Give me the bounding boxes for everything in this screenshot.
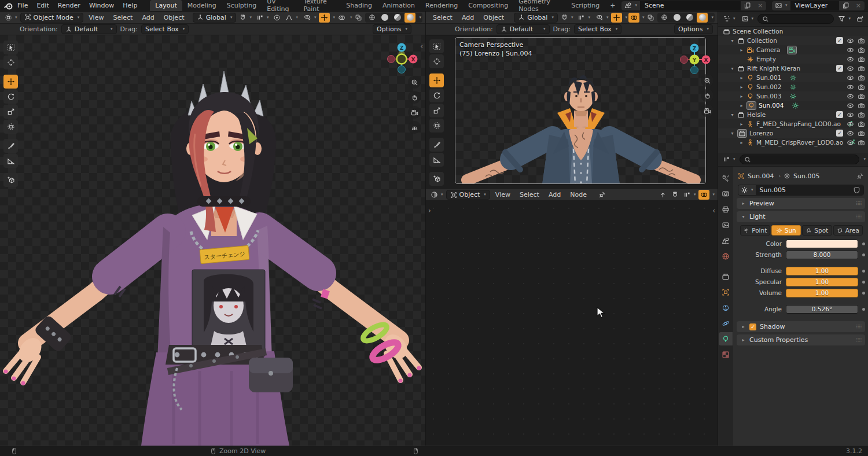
display-mode-icon[interactable]: ▾ <box>740 14 756 24</box>
outliner-row-sun-002[interactable]: ▸ Sun.002 <box>718 82 868 91</box>
disclosure-icon[interactable]: ▸ <box>739 140 744 145</box>
light-type-icon[interactable]: ▾ <box>738 185 756 195</box>
tool-measure[interactable] <box>3 154 18 168</box>
tool-cursor[interactable] <box>3 56 18 69</box>
tab-modeling[interactable]: Modeling <box>182 0 222 11</box>
viewlayer-copy-icon[interactable] <box>839 1 852 10</box>
disable-render-icon[interactable] <box>858 102 865 109</box>
disclosure-icon[interactable]: ▸ <box>739 122 744 127</box>
tab-object[interactable] <box>719 285 733 299</box>
viewlayer-icon[interactable]: ▾ <box>772 2 790 9</box>
menu-select[interactable]: Select <box>516 189 543 201</box>
tool-rotate[interactable] <box>3 90 18 104</box>
tool-move[interactable] <box>429 73 444 87</box>
shading-rendered-icon[interactable] <box>404 13 415 23</box>
sun-data-icon[interactable] <box>789 93 797 100</box>
properties-search-input[interactable] <box>740 155 860 164</box>
snap-magnet-icon[interactable]: ▾ <box>237 13 253 23</box>
hide-eye-icon[interactable] <box>847 93 854 100</box>
hide-eye-icon[interactable] <box>847 120 854 128</box>
xray-toggle-icon[interactable] <box>353 13 364 23</box>
menu-add[interactable]: Add <box>458 12 478 23</box>
camera-viewport-canvas[interactable]: Camera Perspective (75) Lorenzo | Sun.00… <box>426 36 718 189</box>
proportional-falloff-icon[interactable]: ▾ <box>284 13 300 23</box>
viewlayer-remove-icon[interactable]: × <box>852 2 865 9</box>
tool-add-cube[interactable] <box>3 173 18 187</box>
overlays-toggle-icon[interactable] <box>698 190 709 200</box>
shading-solid-icon[interactable] <box>671 13 682 23</box>
overlays-toggle-icon[interactable] <box>628 13 639 23</box>
menu-add[interactable]: Add <box>545 189 565 201</box>
scene-unlink-icon[interactable]: × <box>754 2 766 9</box>
tool-annotate[interactable] <box>429 138 444 152</box>
tab-physics[interactable] <box>719 317 733 330</box>
tool-cursor[interactable] <box>429 54 444 68</box>
animate-dot[interactable] <box>862 270 865 273</box>
light-type-area-button[interactable]: Area <box>833 225 863 236</box>
fake-user-shield-icon[interactable] <box>850 185 863 195</box>
tool-move[interactable] <box>3 75 18 89</box>
disable-render-icon[interactable] <box>858 83 865 91</box>
shading-material-icon[interactable] <box>392 13 403 23</box>
tool-select-box[interactable] <box>3 41 18 54</box>
menu-select[interactable]: Select <box>109 12 137 23</box>
camera-data-icon[interactable] <box>787 46 797 54</box>
tab-compositing[interactable]: Compositing <box>463 0 513 11</box>
disable-render-icon[interactable] <box>858 111 865 119</box>
menu-select[interactable]: Select <box>429 12 457 23</box>
tab-uv-editing[interactable]: UV Editing <box>262 0 298 11</box>
menu-view[interactable]: View <box>491 189 514 201</box>
hide-eye-icon[interactable] <box>847 111 854 119</box>
outliner-search-input[interactable] <box>757 14 834 24</box>
hide-eye-icon[interactable] <box>847 74 854 82</box>
menu-add[interactable]: Add <box>138 12 158 23</box>
panel-drag-handle[interactable]: ⠿⠿ <box>856 201 861 207</box>
outliner-row-lorenzo[interactable]: ▾ Lorenzo <box>718 128 868 138</box>
tab-constraints[interactable] <box>719 301 733 314</box>
hide-eye-icon[interactable] <box>847 46 854 54</box>
drag-dropdown[interactable]: Select Box▾ <box>574 24 621 34</box>
tab-rendering[interactable]: Rendering <box>420 0 463 11</box>
parent-node-tree-icon[interactable] <box>657 190 668 200</box>
visibility-dropdown-icon[interactable]: ▾ <box>594 13 610 23</box>
disable-render-icon[interactable] <box>858 37 865 45</box>
options-dropdown[interactable]: Options▾ <box>674 24 713 34</box>
tab-shading[interactable]: Shading <box>341 0 377 11</box>
sidebar-toggle-icon[interactable]: ‹ <box>420 42 423 50</box>
tab-layout[interactable]: Layout <box>150 0 182 11</box>
tab-texture-paint[interactable]: Texture Paint <box>298 0 341 11</box>
panel-drag-handle[interactable]: ⠿⠿ <box>856 214 861 220</box>
breadcrumb-data[interactable]: Sun.005 <box>793 172 819 180</box>
shadow-checkbox[interactable] <box>749 323 756 330</box>
sun-data-icon[interactable] <box>789 83 797 91</box>
filter-icon[interactable]: ▾ <box>836 14 852 24</box>
tool-rotate[interactable] <box>429 89 444 102</box>
scene-copy-icon[interactable] <box>741 1 754 10</box>
disable-render-icon[interactable] <box>858 120 865 128</box>
tool-scale[interactable] <box>3 105 18 119</box>
region-toggle-left-icon[interactable]: › <box>428 207 431 215</box>
exclude-checkbox[interactable] <box>836 130 843 137</box>
panel-shadow[interactable]: ▸ Shadow ⠿⠿ <box>737 321 865 332</box>
properties-options-icon[interactable]: ▾ <box>863 157 866 161</box>
menu-object[interactable]: Object <box>160 12 189 23</box>
scene-name[interactable]: Scene <box>640 1 741 10</box>
disable-render-icon[interactable] <box>858 74 865 82</box>
tab-world[interactable] <box>719 249 733 263</box>
outliner-row-rift-knight-kieran[interactable]: ▾ Rift Knight Kieran <box>718 64 868 73</box>
active-collection-icon[interactable] <box>737 129 747 138</box>
viewport-canvas[interactable]: スターチェンジ <box>0 35 425 446</box>
exclude-checkbox[interactable] <box>836 65 843 72</box>
sun-data-icon[interactable] <box>792 102 799 109</box>
hide-eye-icon[interactable] <box>847 139 854 146</box>
shader-editor-canvas[interactable]: › ‹ <box>426 201 718 446</box>
options-dropdown[interactable]: Options▾ <box>373 24 411 34</box>
hide-eye-icon[interactable] <box>847 83 854 91</box>
specular-slider[interactable]: 1.00 <box>786 278 858 286</box>
tool-scale[interactable] <box>429 104 444 117</box>
viewlayer-name[interactable]: ViewLayer <box>790 1 839 10</box>
tab-render[interactable] <box>719 187 733 200</box>
editor-type-icon[interactable]: ▾ <box>3 13 19 23</box>
datablock-name[interactable]: Sun.005 <box>756 185 850 195</box>
shading-material-icon[interactable] <box>684 13 695 23</box>
